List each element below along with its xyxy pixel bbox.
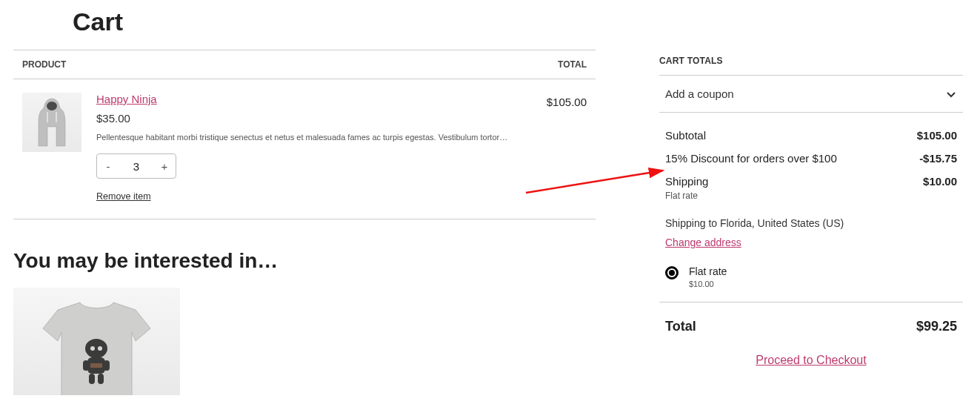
discount-value: -$15.75: [919, 152, 957, 165]
product-name-link[interactable]: Happy Ninja: [96, 93, 157, 105]
product-description: Pellentesque habitant morbi tristique se…: [96, 132, 527, 143]
svg-point-3: [98, 346, 102, 351]
cart-totals-heading: CART TOTALS: [659, 56, 963, 66]
discount-label: 15% Discount for orders over $100: [665, 152, 919, 165]
change-address-link[interactable]: Change address: [665, 237, 741, 248]
svg-rect-5: [83, 360, 89, 371]
svg-rect-9: [90, 363, 102, 368]
cart-item-row: Happy Ninja $35.00 Pellentesque habitant…: [13, 79, 596, 219]
svg-point-1: [85, 339, 107, 358]
remove-item-link[interactable]: Remove item: [96, 191, 151, 202]
grand-total-value: $99.25: [916, 319, 957, 334]
line-total: $105.00: [527, 93, 587, 202]
add-coupon-toggle[interactable]: Add a coupon: [659, 75, 963, 113]
svg-point-2: [90, 346, 95, 351]
coupon-label: Add a coupon: [665, 87, 945, 100]
subtotal-value: $105.00: [917, 129, 957, 142]
qty-value[interactable]: 3: [119, 160, 153, 173]
qty-decrease-button[interactable]: -: [97, 160, 119, 173]
chevron-down-icon: [945, 88, 957, 100]
svg-rect-6: [104, 360, 110, 371]
shipping-method: Flat rate: [665, 191, 923, 201]
col-total-label: TOTAL: [527, 59, 587, 70]
cart-table-header: PRODUCT TOTAL: [13, 50, 596, 79]
qty-increase-button[interactable]: +: [153, 160, 176, 173]
cross-sell-product[interactable]: [13, 288, 180, 395]
shipping-value: $10.00: [923, 175, 957, 188]
page-title: Cart: [73, 7, 596, 36]
product-thumbnail[interactable]: [22, 93, 81, 152]
shipping-option-radio[interactable]: [665, 266, 679, 280]
col-product-label: PRODUCT: [22, 59, 527, 70]
product-unit-price: $35.00: [96, 112, 527, 125]
subtotal-label: Subtotal: [665, 129, 917, 142]
shipping-option-label: Flat rate: [689, 265, 727, 277]
grand-total-label: Total: [665, 319, 916, 334]
svg-rect-8: [98, 374, 104, 384]
shipping-option-price: $10.00: [689, 280, 727, 288]
quantity-stepper: - 3 +: [96, 153, 176, 179]
shipping-destination: Shipping to Florida, United States (US): [665, 217, 957, 229]
shipping-label: Shipping: [665, 175, 708, 188]
svg-rect-7: [89, 374, 95, 384]
cross-sell-heading: You may be interested in…: [13, 249, 596, 273]
proceed-to-checkout-link[interactable]: Proceed to Checkout: [756, 354, 866, 366]
svg-point-0: [47, 102, 57, 110]
